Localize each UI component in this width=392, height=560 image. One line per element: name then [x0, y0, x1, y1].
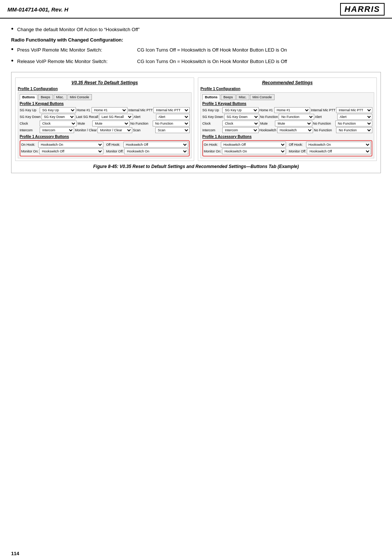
right-intercom-select[interactable]: Intercom — [222, 127, 259, 133]
left-tab-misc[interactable]: Misc. — [54, 94, 67, 100]
right-col-title: Recommended Settings — [200, 80, 374, 85]
right-clock-select[interactable]: Clock — [222, 121, 259, 126]
left-monon-select[interactable]: Hookswitch Off — [39, 148, 103, 154]
right-monon-select[interactable]: Hookswitch On — [222, 148, 286, 154]
right-accessory-highlight: On Hook: Hookswitch Off Off Hook: Hooksw… — [202, 140, 372, 157]
right-mute-select[interactable]: Mute — [275, 121, 312, 126]
left-monoff-select[interactable]: Hookswitch On — [124, 148, 188, 154]
bullet-right-2: CG Icon Turns Off = Hookswitch is Off Ho… — [137, 46, 381, 54]
right-tabs: Buttons Beeps Misc. Mini Console — [202, 94, 372, 100]
right-tab-buttons[interactable]: Buttons — [202, 94, 220, 100]
right-tab-mini-console[interactable]: Mini Console — [250, 94, 275, 100]
right-internalmic-select[interactable]: Internal Mic PTT — [336, 107, 372, 113]
left-tab-beeps[interactable]: Beeps — [38, 94, 53, 100]
right-mini-ui: Buttons Beeps Misc. Mini Console Profile… — [200, 92, 374, 158]
left-accessory-title: Profile 1 Accessory Buttons — [20, 135, 190, 139]
bullet-label-3: Release VoIP Remote Mic Monitor Switch: — [17, 58, 107, 65]
left-keypad-title: Profile 1 Keypad Buttons — [20, 102, 190, 106]
right-keypad-row-1: SG Key Up SG Key Up Home #1 Home #1 Inte… — [202, 107, 372, 113]
right-keypad-row-3: Clock Clock Mute Mute No Function No Fun… — [202, 121, 372, 126]
left-scan-select[interactable]: Scan — [155, 127, 190, 133]
page-header: MM-014714-001, Rev. H HARRIS — [0, 0, 392, 19]
right-nofunc2-select[interactable]: No Function — [335, 121, 372, 126]
page-number: 114 — [11, 551, 19, 556]
right-tab-misc[interactable]: Misc. — [236, 94, 249, 100]
right-home1-select[interactable]: Home #1 — [274, 107, 310, 113]
left-keypad-row-2: SG Key Down SG Key Down Last SG Recall L… — [20, 114, 190, 120]
left-alert-select[interactable]: Alert — [156, 114, 190, 120]
left-sgkeydown-select[interactable]: SG Key Down — [41, 114, 75, 120]
left-intercom-select[interactable]: Intercom — [40, 127, 74, 133]
right-col-subtitle: Profile 1 Configuration — [200, 87, 374, 91]
left-internalmic-select[interactable]: Internal Mic PTT — [153, 107, 190, 113]
left-col-subtitle: Profile 1 Configuration — [18, 87, 192, 91]
left-mute-select[interactable]: Mute — [92, 121, 129, 126]
bullet-label-2: Press VoIP Remote Mic Monitor Switch: — [17, 46, 102, 54]
left-monitorclear-select[interactable]: Monitor / Clear — [97, 127, 132, 133]
right-sgkeydown-select[interactable]: SG Key Down — [224, 114, 259, 120]
left-col-title: V0.35 Reset To Default Settings — [18, 80, 192, 85]
left-onhook-select[interactable]: Hookswitch On — [38, 142, 103, 148]
right-acc-row-1: On Hook: Hookswitch Off Off Hook: Hooksw… — [204, 142, 371, 148]
left-tab-buttons[interactable]: Buttons — [20, 94, 37, 100]
left-nofunc1-select[interactable]: No Function — [153, 121, 190, 126]
page-footer: 114 — [11, 551, 19, 556]
left-accessory-highlight: On Hook: Hookswitch On Off Hook: Hookswi… — [20, 140, 190, 157]
left-home1-select[interactable]: Home #1 — [92, 107, 128, 113]
left-lastsg-select[interactable]: Last SG Recall — [99, 114, 133, 120]
document-title: MM-014714-001, Rev. H — [7, 6, 68, 13]
right-hookswitch-select[interactable]: Hookswitch — [277, 127, 313, 133]
right-keypad-title: Profile 1 Keypad Buttons — [202, 102, 372, 106]
left-keypad-row-3: Clock Clock Mute Mute No Function No Fun… — [20, 121, 190, 126]
right-accessory-title: Profile 1 Accessory Buttons — [202, 135, 372, 139]
right-sgkeyup-select[interactable]: SG Key Up — [222, 107, 259, 113]
bold-heading: Radio Functionality with Changed Configu… — [11, 37, 381, 43]
right-monoff-select[interactable]: Hookswitch Off — [307, 148, 371, 154]
right-acc-row-2: Monitor On: Hookswitch On Monitor Off: H… — [204, 148, 371, 154]
right-tab-beeps[interactable]: Beeps — [221, 94, 236, 100]
bullet-dot-3: • — [11, 57, 13, 65]
left-tab-mini-console[interactable]: Mini Console — [67, 94, 92, 100]
right-keypad-row-4: Intercom Intercom Hookswitch Hookswitch … — [202, 127, 372, 133]
figure-columns: V0.35 Reset To Default Settings Profile … — [15, 78, 377, 161]
main-content: • Change the default Monitor Off Action … — [0, 19, 392, 184]
bullet-item-1: • Change the default Monitor Off Action … — [11, 26, 381, 33]
left-keypad-row-4: Intercom Intercom Monitor / Clear Monito… — [20, 127, 190, 133]
right-nofunc3-select[interactable]: No Function — [336, 127, 372, 133]
bullet-item-2: • Press VoIP Remote Mic Monitor Switch: … — [11, 46, 381, 54]
left-offhook-select[interactable]: Hookswitch Off — [123, 142, 189, 148]
bullet-right-3: CG Icon Turns On = Hookswitch is On Hook… — [137, 58, 381, 65]
figure-left-col: V0.35 Reset To Default Settings Profile … — [15, 78, 194, 161]
right-onhook-select[interactable]: Hookswitch Off — [221, 142, 286, 148]
bullet-dot-2: • — [11, 46, 13, 53]
right-keypad-row-2: SG Key Down SG Key Down No Function No F… — [202, 114, 372, 120]
left-sgkeyup-select[interactable]: SG Key Up — [40, 107, 76, 113]
left-mini-ui: Buttons Beeps Misc. Mini Console Profile… — [18, 92, 192, 158]
left-tabs: Buttons Beeps Misc. Mini Console — [20, 94, 190, 100]
bullet-dot-1: • — [11, 25, 13, 33]
bullet-left-2: • Press VoIP Remote Mic Monitor Switch: — [11, 46, 137, 54]
bullet-item-3: • Release VoIP Remote Mic Monitor Switch… — [11, 58, 381, 65]
left-acc-row-2: Monitor On: Hookswitch Off Monitor Off: … — [21, 148, 188, 154]
left-keypad-row-1: SG Key Up SG Key Up Home #1 Home #1 Inte… — [20, 107, 190, 113]
right-alert-select[interactable]: Alert — [337, 114, 372, 120]
figure-container: V0.35 Reset To Default Settings Profile … — [11, 72, 381, 173]
harris-logo: HARRIS — [340, 3, 385, 16]
bullet-left-3: • Release VoIP Remote Mic Monitor Switch… — [11, 58, 137, 65]
right-offhook-select[interactable]: Hookswitch On — [306, 142, 371, 148]
left-clock-select[interactable]: Clock — [40, 121, 77, 126]
figure-caption: Figure 8-45: V0.35 Reset to Default Sett… — [15, 164, 377, 169]
figure-right-col: Recommended Settings Profile 1 Configura… — [198, 78, 377, 161]
left-acc-row-1: On Hook: Hookswitch On Off Hook: Hookswi… — [21, 142, 188, 148]
bullet-text-1: Change the default Monitor Off Action to… — [17, 26, 139, 33]
right-nofunc-select[interactable]: No Function — [279, 114, 314, 120]
